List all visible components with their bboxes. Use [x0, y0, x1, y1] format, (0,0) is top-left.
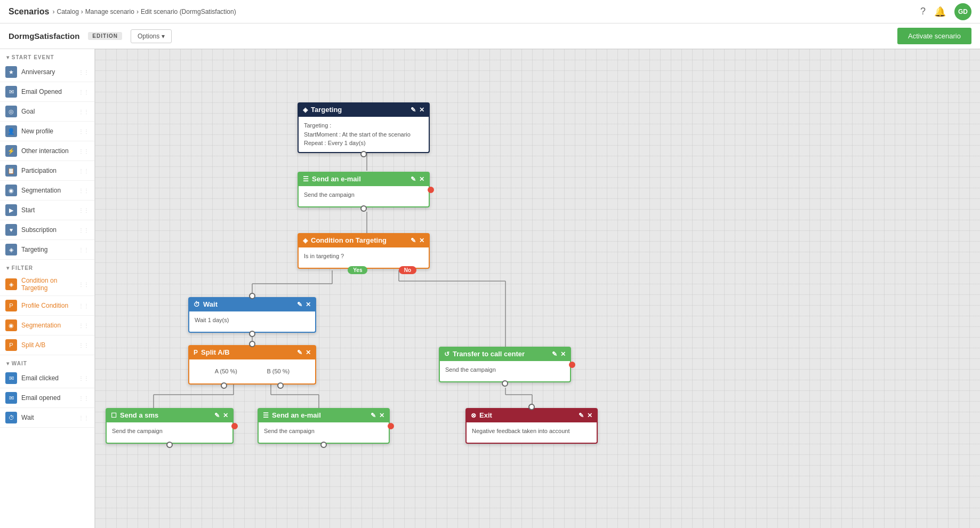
send-email-1-edit-icon[interactable]: ✎ — [411, 175, 416, 183]
send-sms-node[interactable]: ☐ Send a sms ✎ ✕ Send the campaign — [106, 408, 234, 444]
sidebar-item-subscription[interactable]: ♥ Subscription ⋮⋮ — [0, 220, 94, 240]
drag-handle: ⋮⋮ — [78, 303, 89, 309]
send-sms-edit-icon[interactable]: ✎ — [214, 412, 220, 419]
sidebar-item-wait[interactable]: ⏱ Wait ⋮⋮ — [0, 408, 94, 428]
targeting-node-actions[interactable]: ✎ ✕ — [411, 106, 424, 114]
drag-handle: ⋮⋮ — [78, 375, 89, 381]
sidebar-item-targeting[interactable]: ◈ Targeting ⋮⋮ — [0, 240, 94, 260]
options-chevron-icon: ▾ — [162, 33, 165, 40]
wait-edit-icon[interactable]: ✎ — [297, 301, 302, 308]
sidebar-item-segmentation[interactable]: ◉ Segmentation ⋮⋮ — [0, 181, 94, 201]
wait-actions[interactable]: ✎ ✕ — [297, 301, 311, 308]
send-email-1-icon: ☰ — [303, 175, 309, 183]
split-edit-icon[interactable]: ✎ — [297, 349, 302, 356]
sidebar-item-new-profile[interactable]: 👤 New profile ⋮⋮ — [0, 122, 94, 141]
exit-close-icon[interactable]: ✕ — [587, 412, 592, 419]
targeting-icon: ◈ — [5, 244, 17, 255]
top-nav-left: Scenarios › Catalog › Manage scenario › … — [9, 7, 236, 17]
send-email-1-right-connector[interactable] — [428, 187, 434, 193]
send-email-1-node[interactable]: ☰ Send an e-mail ✎ ✕ Send the campaign — [298, 172, 430, 207]
transfer-close-icon[interactable]: ✕ — [560, 350, 566, 358]
send-email-1-close-icon[interactable]: ✕ — [419, 175, 424, 183]
condition-title: Condition on Targeting — [311, 236, 407, 244]
send-sms-bottom-connector[interactable] — [166, 442, 173, 448]
targeting-close-icon[interactable]: ✕ — [419, 106, 424, 114]
send-email-2-title: Send an e-mail — [272, 411, 367, 419]
second-bar: DormgSatisfaction EDITION Options ▾ Acti… — [0, 23, 980, 49]
exit-node[interactable]: ⊗ Exit ✎ ✕ Negative feedback taken into … — [465, 408, 598, 444]
exit-top-connector[interactable] — [528, 404, 535, 410]
email-clicked-icon: ✉ — [5, 372, 17, 384]
yes-badge[interactable]: Yes — [348, 266, 367, 274]
send-email-2-edit-icon[interactable]: ✎ — [371, 412, 376, 419]
condition-edit-icon[interactable]: ✎ — [411, 237, 416, 244]
send-email-1-bottom-connector[interactable] — [360, 205, 367, 212]
send-sms-actions[interactable]: ✎ ✕ — [214, 412, 228, 419]
transfer-edit-icon[interactable]: ✎ — [552, 350, 557, 358]
bell-icon[interactable]: 🔔 — [934, 6, 946, 18]
wait-bottom-connector[interactable] — [249, 331, 255, 337]
wait-icon: ⏱ — [5, 412, 17, 423]
sidebar-item-condition-targeting[interactable]: ◈ Condition on Targeting ⋮⋮ — [0, 273, 94, 296]
split-close-icon[interactable]: ✕ — [306, 349, 311, 356]
targeting-edit-icon[interactable]: ✎ — [411, 106, 416, 114]
send-sms-title: Send a sms — [120, 411, 211, 419]
split-actions[interactable]: ✎ ✕ — [297, 349, 311, 356]
breadcrumb-catalog[interactable]: Catalog — [57, 8, 78, 15]
activate-button[interactable]: Activate scenario — [897, 28, 971, 44]
transfer-node[interactable]: ↺ Transfer to call center ✎ ✕ Send the c… — [439, 347, 571, 382]
sidebar-item-participation[interactable]: 📋 Participation ⋮⋮ — [0, 161, 94, 181]
send-email-2-node[interactable]: ☰ Send an e-mail ✎ ✕ Send the campaign — [258, 408, 390, 444]
flow-canvas[interactable]: ◈ Targeting ✎ ✕ Targeting : StartMoment … — [95, 49, 980, 528]
sidebar-item-anniversary[interactable]: ★ Anniversary ⋮⋮ — [0, 62, 94, 82]
condition-node[interactable]: ◈ Condition on Targeting ✎ ✕ Is in targe… — [298, 233, 430, 269]
targeting-node[interactable]: ◈ Targeting ✎ ✕ Targeting : StartMoment … — [298, 102, 430, 153]
send-email-2-right-connector[interactable] — [388, 423, 394, 429]
sidebar-item-segmentation2[interactable]: ◉ Segmentation ⋮⋮ — [0, 316, 94, 335]
transfer-body: Send the campaign — [439, 361, 571, 382]
send-sms-body-text: Send the campaign — [112, 428, 163, 434]
breadcrumb-manage[interactable]: Manage scenario — [85, 8, 134, 15]
send-email-2-bottom-connector[interactable] — [320, 442, 327, 448]
sidebar-item-other-interaction[interactable]: ⚡ Other interaction ⋮⋮ — [0, 141, 94, 161]
send-email-2-header: ☰ Send an e-mail ✎ ✕ — [258, 408, 390, 422]
targeting-node-header: ◈ Targeting ✎ ✕ — [298, 102, 430, 117]
sidebar-item-start[interactable]: ▶ Start ⋮⋮ — [0, 201, 94, 220]
main-layout: ▾ START EVENT ★ Anniversary ⋮⋮ ✉ Email O… — [0, 49, 980, 528]
sidebar-item-email-clicked[interactable]: ✉ Email clicked ⋮⋮ — [0, 369, 94, 388]
send-email-2-actions[interactable]: ✎ ✕ — [371, 412, 384, 419]
split-b-connector[interactable] — [277, 382, 284, 389]
send-sms-right-connector[interactable] — [231, 423, 238, 429]
condition-close-icon[interactable]: ✕ — [419, 237, 424, 244]
targeting-bottom-connector[interactable] — [360, 151, 367, 157]
condition-actions[interactable]: ✎ ✕ — [411, 237, 424, 244]
help-icon[interactable]: ? — [920, 6, 926, 17]
transfer-actions[interactable]: ✎ ✕ — [552, 350, 566, 358]
sidebar-item-email-opened[interactable]: ✉ Email Opened ⋮⋮ — [0, 82, 94, 102]
sidebar-item-email-opened2[interactable]: ✉ Email opened ⋮⋮ — [0, 388, 94, 408]
send-email-2-close-icon[interactable]: ✕ — [379, 412, 384, 419]
exit-body-text: Negative feedback taken into account — [472, 428, 569, 434]
no-badge[interactable]: No — [399, 266, 416, 274]
split-node[interactable]: P Split A/B ✎ ✕ A (50 %) B (50 %) — [188, 345, 316, 385]
exit-actions[interactable]: ✎ ✕ — [579, 412, 592, 419]
exit-title: Exit — [479, 411, 575, 419]
wait-header: ⏱ Wait ✎ ✕ — [188, 297, 316, 311]
transfer-right-connector[interactable] — [569, 362, 575, 368]
avatar[interactable]: GD — [954, 3, 971, 20]
send-sms-close-icon[interactable]: ✕ — [223, 412, 228, 419]
sidebar-item-split-ab[interactable]: P Split A/B ⋮⋮ — [0, 335, 94, 355]
sidebar-item-profile-condition[interactable]: P Profile Condition ⋮⋮ — [0, 296, 94, 316]
options-button[interactable]: Options ▾ — [131, 29, 172, 43]
email-opened2-label: Email opened — [21, 394, 74, 402]
goal-label: Goal — [21, 108, 74, 115]
transfer-bottom-connector[interactable] — [502, 380, 508, 387]
send-email-1-actions[interactable]: ✎ ✕ — [411, 175, 424, 183]
split-a-connector[interactable] — [221, 382, 227, 389]
sidebar-item-goal[interactable]: ◎ Goal ⋮⋮ — [0, 102, 94, 122]
split-top-connector[interactable] — [249, 341, 255, 347]
wait-top-connector[interactable] — [249, 293, 255, 299]
wait-close-icon[interactable]: ✕ — [306, 301, 311, 308]
exit-edit-icon[interactable]: ✎ — [579, 412, 584, 419]
wait-node[interactable]: ⏱ Wait ✎ ✕ Wait 1 day(s) — [188, 297, 316, 333]
